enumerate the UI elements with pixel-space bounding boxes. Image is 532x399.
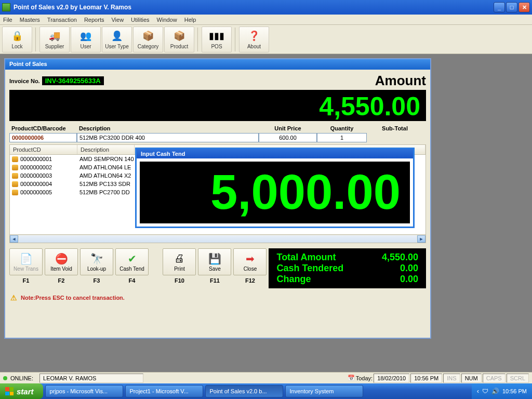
col-productcd: ProductCD/Barcode [9,124,77,133]
total-amount-value: 4,550.00 [382,252,418,263]
lock-button[interactable]: 🔒Lock [2,26,32,52]
unitprice-input[interactable] [259,133,317,142]
tray-network-icon[interactable]: 🔊 [491,388,499,395]
action-row: 📄New Trans F1 ⛔Item Void F2 🔭Look-up F3 … [9,248,426,288]
menu-view[interactable]: View [111,17,124,23]
scroll-left-icon[interactable]: ◄ [10,235,18,243]
lookup-button[interactable]: 🔭Look-up [80,248,113,275]
product-icon: 📦 [172,29,187,43]
pos-window-title: Point of Sales [5,59,430,70]
row-icon [12,156,18,162]
taskbar-item[interactable]: Project1 - Microsoft V... [125,385,203,397]
warning-icon: ⚠ [9,294,18,302]
invoice-label: Invoice No. [9,78,40,84]
taskbar-item[interactable]: Point of Sales v2.0 b... [205,385,283,397]
amount-label: Amount [104,73,426,89]
menu-file[interactable]: File [3,17,12,23]
close-button[interactable]: ✕ [518,2,530,12]
print-button[interactable]: 🖨Print [163,248,196,275]
grid-header-description[interactable]: Description [77,145,135,154]
taskbar-item[interactable]: Inventory System [285,385,363,397]
online-label: ONLINE: [10,375,33,381]
change-value: 0.00 [400,274,418,285]
truck-icon: 🚚 [47,29,62,43]
change-label: Change [276,274,400,285]
help-icon: ❓ [247,29,261,43]
app-titlebar: Point of Sales v2.0 by Leomar V. Ramos _… [0,0,532,15]
minimize-button[interactable]: _ [494,2,505,12]
cash-tendered-value: 0.00 [400,263,418,274]
cash-tend-dialog: Input Cash Tend 5,000.00 [135,148,415,228]
taskbar-item[interactable]: prjpos - Microsoft Vis... [45,385,123,397]
menu-window[interactable]: Window [157,17,177,23]
col-subtotal: Sub-Total [367,124,423,133]
cashtend-button[interactable]: ✔Cash Tend [115,248,149,275]
cancel-note: ⚠ Note:Press ESC to cancel transaction. [9,294,426,302]
fkey-label: F2 [45,277,78,284]
row-icon [12,190,18,195]
close-pos-button[interactable]: ➡Close [233,248,267,275]
newtrans-button[interactable]: 📄New Trans [9,248,43,275]
newtrans-icon: 📄 [20,252,33,265]
menu-bar: File Masters Transaction Reports View Ut… [0,15,532,25]
cash-tend-input[interactable]: 5,000.00 [140,162,410,223]
scroll-right-icon[interactable]: ► [417,235,425,243]
cash-dialog-title: Input Cash Tend [137,149,413,158]
product-button[interactable]: 📦Product [164,26,194,52]
pos-button[interactable]: ▮▮▮POS [202,26,232,52]
usertype-button[interactable]: 👤User Type [102,26,132,52]
menu-reports[interactable]: Reports [84,17,104,23]
maximize-button[interactable]: □ [506,2,517,12]
menu-utilities[interactable]: Utilities [131,17,149,23]
category-icon: 📦 [141,29,155,43]
status-bar: ONLINE: LEOMAR V. RAMOS 📅 Today: 18/02/2… [0,372,532,383]
barcode-icon: ▮▮▮ [209,29,224,43]
fkey-label: F3 [80,277,113,284]
quantity-input[interactable] [317,133,367,142]
total-amount-label: Total Amount [276,252,381,263]
main-toolbar: 🔒Lock 🚚Supplier 👥User 👤User Type 📦Catego… [0,25,532,54]
menu-transaction[interactable]: Transaction [47,17,77,23]
fkey-label: F1 [9,277,43,284]
tray-shield-icon[interactable]: 🛡 [482,388,488,395]
grid-hscrollbar[interactable]: ◄ ► [10,234,425,243]
tray-clock[interactable]: 10:56 PM [502,388,527,394]
grid-header-productcd[interactable]: ProductCD [10,145,77,154]
menu-masters[interactable]: Masters [20,17,40,23]
scroll-track[interactable] [19,235,417,243]
status-user: LEOMAR V. RAMOS [39,374,143,383]
description-input[interactable] [77,133,259,142]
category-button[interactable]: 📦Category [133,26,163,52]
taskbar: start prjpos - Microsoft Vis... Project1… [0,383,532,399]
tray-chevron-icon[interactable]: ‹ [477,388,479,395]
totals-panel: Total Amount4,550.00 Cash Tendered0.00 C… [269,248,426,288]
toolbar-separator [35,28,37,51]
cash-tendered-label: Cash Tendered [276,263,400,274]
col-description: Description [77,124,259,133]
fkey-label: F11 [198,277,231,284]
productcd-input[interactable] [9,133,77,142]
exit-icon: ➡ [246,252,255,265]
user-button[interactable]: 👥User [71,26,101,52]
save-button[interactable]: 💾Save [198,248,231,275]
itemvoid-button[interactable]: ⛔Item Void [45,248,78,275]
row-icon [12,173,18,179]
menu-help[interactable]: Help [184,17,196,23]
app-title: Point of Sales v2.0 by Leomar V. Ramos [14,4,493,11]
status-caps: CAPS [483,374,506,383]
system-tray: ‹ 🛡 🔊 10:56 PM [472,383,532,399]
start-button[interactable]: start [0,383,43,399]
note-text: Note:Press ESC to cancel transaction. [21,295,125,301]
col-unitprice: Unit Price [259,124,317,133]
lock-icon: 🔒 [10,29,24,43]
status-time: 10:56 PM [410,374,442,383]
supplier-button[interactable]: 🚚Supplier [39,26,70,52]
row-icon [12,181,18,187]
today-label: Today: [356,375,373,381]
fkey-label: F10 [163,277,196,284]
windows-logo-icon [5,387,14,395]
status-date: 18/02/2010 [374,374,409,383]
save-icon: 💾 [208,252,221,265]
online-indicator-icon [3,376,7,380]
about-button[interactable]: ❓About [239,26,269,52]
